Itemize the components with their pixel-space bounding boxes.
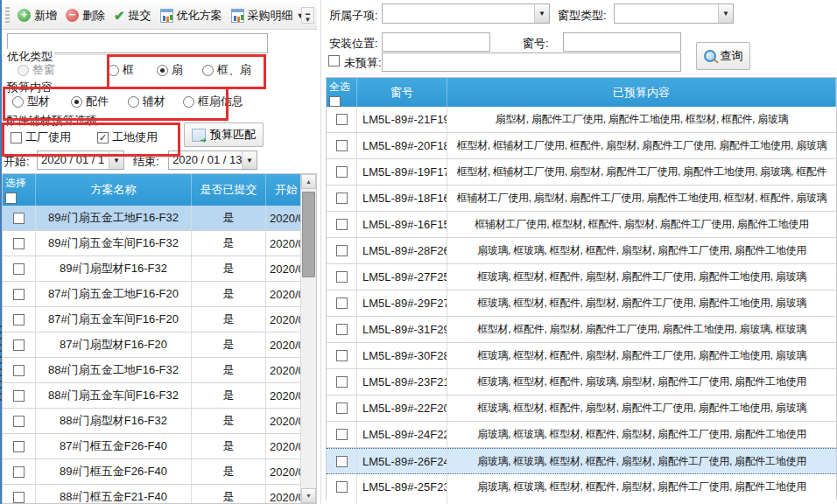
plan-row[interactable]: 87#门扇型材F16-F20是2020/0 — [3, 332, 316, 358]
plan-row[interactable]: 88#门扇五金工地F16-F32是2020/0 — [3, 358, 316, 383]
submitted-column-header[interactable]: 是否已提交 — [192, 174, 266, 206]
window-row[interactable]: LM5L-89#-25F23扇玻璃, 框玻璃, 框型材, 框配件, 扇型材, 扇… — [327, 474, 836, 500]
toolbar-grip[interactable] — [5, 7, 10, 24]
delete-button[interactable]: 删除 — [61, 5, 109, 26]
row-checkbox[interactable] — [13, 340, 25, 351]
window-no-input[interactable] — [563, 32, 681, 52]
row-checkbox[interactable] — [336, 140, 348, 151]
row-checkbox[interactable] — [13, 263, 25, 275]
window-type-select[interactable] — [614, 4, 734, 24]
row-checkbox[interactable] — [336, 271, 348, 283]
submitted-cell: 是 — [192, 256, 266, 281]
no-budget-input[interactable] — [382, 52, 681, 72]
row-checkbox[interactable] — [13, 390, 25, 402]
date-start-picker[interactable]: 2020 / 01 / 1 — [37, 150, 124, 170]
install-position-input[interactable] — [382, 32, 490, 52]
query-button[interactable]: 查询 — [696, 42, 750, 70]
row-checkbox[interactable] — [336, 166, 348, 178]
plan-row[interactable]: 89#门扇五金车间F16-F32是2020/0 — [3, 231, 316, 256]
budget-match-button[interactable]: 预算匹配 — [184, 122, 264, 147]
radio-frame-sash-info[interactable]: 框扇信息 — [183, 94, 243, 109]
window-row[interactable]: LM5L-89#-22F20框玻璃, 框型材, 框配件, 扇型材, 扇配件工厂使… — [327, 396, 836, 422]
scroll-up-icon[interactable] — [301, 174, 316, 189]
plan-row[interactable]: 87#门扇五金工地F16-F20是2020/0 — [3, 282, 316, 307]
window-row[interactable]: LM5L-89#-30F28框玻璃, 框型材, 框配件, 扇型材, 扇配件工厂使… — [327, 343, 836, 369]
checkbox-factory-use[interactable]: 工厂使用 — [11, 130, 71, 145]
row-checkbox[interactable] — [13, 238, 25, 249]
no-budget-checkbox[interactable] — [328, 55, 340, 66]
chevron-down-icon[interactable] — [534, 4, 549, 23]
panel-divider[interactable] — [320, 0, 321, 504]
row-checkbox[interactable] — [336, 114, 348, 125]
row-checkbox[interactable] — [336, 324, 348, 335]
sub-item-select[interactable] — [382, 4, 550, 24]
match-table-icon — [192, 129, 206, 142]
window-row[interactable]: LM5L-89#-29F27框玻璃, 框型材, 框配件, 扇型材, 扇配件工厂使… — [327, 290, 836, 317]
row-checkbox[interactable] — [13, 289, 25, 300]
window-row-select-cell — [327, 107, 357, 132]
row-checkbox[interactable] — [336, 219, 348, 230]
row-checkbox[interactable] — [13, 416, 25, 427]
plan-name-column-header[interactable]: 方案名称 — [36, 174, 192, 206]
toolbar-overflow-button[interactable] — [301, 7, 314, 24]
scroll-down-icon[interactable] — [301, 488, 316, 503]
plan-row[interactable]: 89#门框五金F26-F40是2020/0 — [3, 459, 316, 485]
window-row[interactable]: LM5L-89#-28F26扇玻璃, 框玻璃, 框型材, 框配件, 扇型材, 扇… — [327, 238, 836, 264]
row-checkbox[interactable] — [336, 350, 348, 361]
window-row[interactable]: LM5L-89#-31F29框型材, 框配件, 扇型材, 扇配件工厂使用, 扇配… — [327, 317, 836, 343]
row-checkbox[interactable] — [336, 245, 348, 256]
row-checkbox[interactable] — [336, 429, 348, 440]
submitted-cell: 是 — [192, 206, 266, 230]
row-checkbox[interactable] — [13, 213, 25, 224]
row-checkbox[interactable] — [13, 314, 25, 326]
row-checkbox[interactable] — [336, 456, 348, 467]
chevron-down-icon[interactable] — [718, 4, 733, 23]
row-checkbox[interactable] — [13, 466, 25, 478]
plan-table-scrollbar[interactable] — [300, 174, 316, 503]
row-checkbox[interactable] — [13, 365, 25, 376]
select-all-checkbox[interactable] — [5, 192, 17, 204]
row-checkbox[interactable] — [336, 376, 348, 388]
plan-row[interactable]: 88#门扇型材F16-F32是2020/0 — [3, 409, 316, 434]
submit-button[interactable]: 提交 — [109, 5, 156, 26]
plan-row[interactable]: 89#门扇型材F16-F32是2020/0 — [3, 256, 316, 282]
window-row[interactable]: LM5L-89#-16F15框辅材工厂使用, 框型材, 框配件, 扇型材, 扇配… — [327, 212, 836, 238]
radio-whole-window[interactable]: 整窗 — [18, 62, 55, 78]
budgeted-column-header[interactable]: 已预算内容 — [447, 78, 836, 107]
radio-frame-sash[interactable]: 框、扇 — [202, 62, 251, 78]
row-checkbox[interactable] — [336, 402, 348, 414]
window-no-column-header[interactable]: 窗号 — [357, 78, 447, 107]
scrollbar-thumb[interactable] — [302, 192, 315, 277]
plan-row[interactable]: 87#门扇五金车间F16-F20是2020/0 — [3, 307, 316, 332]
window-row[interactable]: LM5L-89#-21F19扇型材, 扇配件工厂使用, 扇配件工地使用, 框型材… — [327, 107, 836, 133]
row-checkbox[interactable] — [336, 481, 348, 493]
add-button[interactable]: 新增 — [13, 5, 61, 26]
window-row[interactable]: LM5L-89#-23F21框玻璃, 框型材, 框配件, 扇玻璃, 扇型材, 扇… — [327, 369, 836, 396]
plan-row[interactable]: 88#门框五金F21-F40是2020/0 — [3, 485, 316, 504]
window-row[interactable]: LM5L-89#-18F16框辅材工厂使用, 扇型材, 扇配件工厂使用, 扇配件… — [327, 186, 836, 212]
window-row[interactable]: LM5L-89#-24F22扇玻璃, 框玻璃, 框型材, 框配件, 扇型材, 扇… — [327, 422, 836, 448]
plan-row[interactable]: 88#门扇五金车间F16-F32是2020/0 — [3, 383, 316, 409]
date-end-picker[interactable]: 2020 / 01 / 13 — [168, 150, 257, 170]
window-row[interactable]: LM5L-89#-26F24扇玻璃, 框玻璃, 框型材, 框配件, 扇型材, 扇… — [327, 448, 836, 474]
optimize-plan-button[interactable]: 优化方案 — [156, 5, 227, 26]
row-checkbox[interactable] — [336, 298, 348, 309]
window-row[interactable]: LM5L-89#-27F25框玻璃, 框型材, 框配件, 扇型材, 扇配件工厂使… — [327, 264, 836, 290]
radio-frame[interactable]: 框 — [108, 62, 134, 78]
purchase-detail-button[interactable]: 采购明细 — [227, 5, 309, 26]
radio-auxiliary[interactable]: 辅材 — [128, 94, 165, 109]
row-checkbox[interactable] — [13, 492, 25, 503]
row-checkbox[interactable] — [13, 441, 25, 452]
chevron-down-icon[interactable] — [109, 151, 123, 169]
window-row[interactable]: LM5L-89#-19F17框型材, 框辅材工厂使用, 扇型材, 扇配件工厂使用… — [327, 159, 836, 186]
radio-sash[interactable]: 扇 — [157, 62, 183, 78]
radio-profile[interactable]: 型材 — [12, 94, 50, 109]
row-checkbox[interactable] — [336, 192, 348, 204]
checkbox-site-use[interactable]: 工地使用 — [97, 130, 158, 145]
plan-row[interactable]: 87#门框五金F26-F40是2020/0 — [3, 434, 316, 459]
window-row[interactable]: LM5L-89#-20F18框型材, 框辅材工厂使用, 框配件, 扇型材, 扇配… — [327, 133, 836, 159]
radio-fitting[interactable]: 配件 — [71, 94, 109, 109]
plan-row[interactable]: 89#门扇五金工地F16-F32是2020/0 — [3, 206, 316, 231]
select-all-checkbox[interactable] — [329, 96, 341, 107]
chevron-down-icon[interactable] — [242, 151, 257, 169]
